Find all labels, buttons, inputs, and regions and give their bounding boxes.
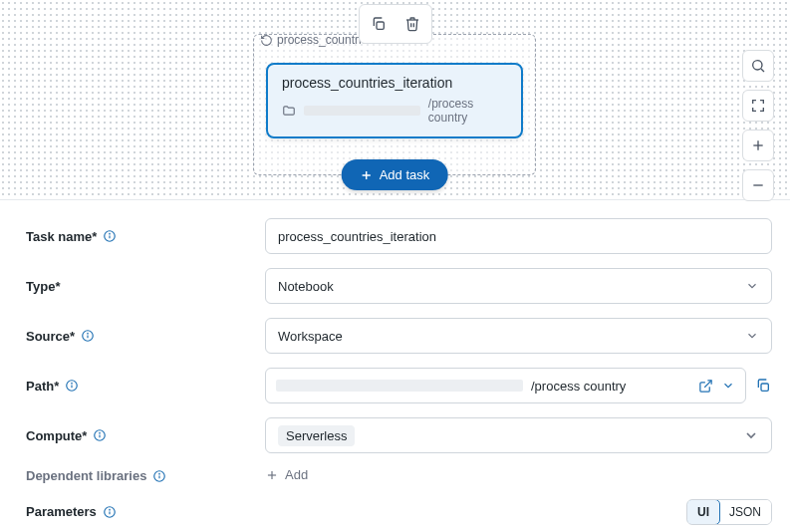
zoom-out-button[interactable]: [742, 169, 774, 201]
add-library-label: Add: [285, 467, 308, 482]
copy-icon: [755, 378, 771, 394]
info-icon[interactable]: [152, 469, 166, 483]
plus-icon: [750, 137, 766, 153]
type-select[interactable]: Notebook: [265, 268, 772, 304]
dependent-libraries-label: Dependent libraries: [26, 468, 265, 483]
info-icon[interactable]: [65, 379, 79, 393]
zoom-in-button[interactable]: [742, 130, 774, 161]
plus-icon: [360, 168, 374, 182]
source-select[interactable]: Workspace: [265, 318, 772, 354]
svg-point-10: [110, 233, 111, 234]
type-label: Type*: [26, 279, 265, 294]
path-suffix: /process country: [531, 379, 690, 394]
svg-point-16: [72, 383, 73, 384]
chevron-down-icon: [743, 427, 759, 443]
svg-rect-0: [377, 22, 384, 29]
plus-icon: [265, 468, 279, 482]
copy-path-button[interactable]: [754, 377, 772, 395]
add-task-label: Add task: [380, 167, 430, 182]
add-library-button[interactable]: Add: [265, 467, 308, 482]
chevron-down-icon[interactable]: [721, 379, 735, 393]
svg-line-2: [761, 69, 764, 72]
parameters-label: Parameters: [26, 504, 265, 519]
loop-label: process_countries: [260, 33, 374, 47]
source-value: Workspace: [278, 329, 343, 344]
svg-point-1: [753, 61, 762, 70]
search-button[interactable]: [742, 50, 774, 82]
chevron-down-icon: [745, 279, 759, 293]
compute-select[interactable]: Serverless: [265, 417, 772, 453]
svg-point-13: [88, 333, 89, 334]
path-label: Path*: [26, 379, 265, 394]
compute-label: Compute*: [26, 428, 265, 443]
task-name-label: Task name*: [26, 229, 265, 244]
task-form: Task name* Type* Notebook Source* Worksp…: [0, 199, 790, 532]
task-card-title: process_countries_iteration: [282, 75, 507, 91]
trash-icon: [404, 16, 420, 32]
info-icon[interactable]: [93, 428, 107, 442]
task-card[interactable]: process_countries_iteration /process cou…: [266, 63, 523, 138]
info-icon[interactable]: [81, 329, 95, 343]
folder-icon: [282, 104, 296, 118]
redacted-path-prefix: [276, 380, 523, 392]
zoom-controls: [742, 50, 774, 201]
chevron-down-icon: [745, 329, 759, 343]
redacted-path-prefix: [304, 106, 420, 116]
info-icon[interactable]: [103, 229, 117, 243]
task-card-path: /process country: [282, 97, 507, 125]
type-value: Notebook: [278, 279, 334, 294]
svg-point-24: [159, 473, 160, 474]
task-toolbar: [359, 4, 432, 44]
pipeline-canvas[interactable]: process_countries process_countries_iter…: [0, 0, 790, 199]
add-task-button[interactable]: Add task: [342, 159, 448, 190]
task-card-path-suffix: /process country: [428, 97, 507, 125]
delete-task-button[interactable]: [397, 9, 427, 39]
svg-point-29: [110, 509, 111, 510]
loop-container[interactable]: process_countries process_countries_iter…: [253, 34, 536, 175]
search-icon: [750, 58, 766, 74]
path-input[interactable]: /process country: [265, 368, 746, 403]
compute-chip: Serverless: [278, 425, 355, 446]
fullscreen-button[interactable]: [742, 90, 774, 122]
svg-rect-18: [761, 384, 768, 391]
source-label: Source*: [26, 329, 265, 344]
info-icon[interactable]: [103, 505, 117, 519]
external-link-icon[interactable]: [698, 379, 713, 394]
svg-point-21: [100, 432, 101, 433]
loop-icon: [260, 34, 273, 47]
minus-icon: [750, 177, 766, 193]
toggle-json-button[interactable]: JSON: [719, 500, 771, 524]
copy-icon: [371, 16, 387, 32]
fullscreen-icon: [750, 98, 766, 114]
toggle-ui-button[interactable]: UI: [686, 499, 720, 525]
svg-line-17: [704, 380, 711, 387]
task-name-input[interactable]: [265, 218, 772, 254]
parameters-view-toggle: UI JSON: [686, 499, 772, 525]
copy-task-button[interactable]: [364, 9, 394, 39]
